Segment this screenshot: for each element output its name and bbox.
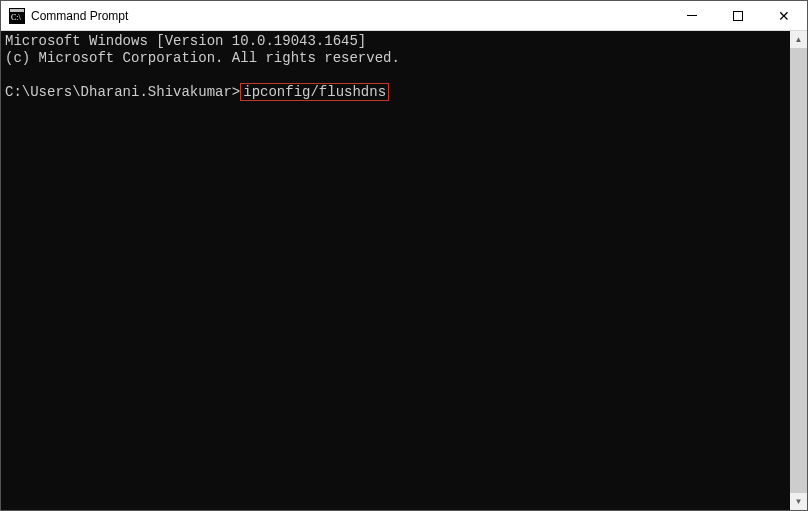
window-title: Command Prompt <box>31 9 669 23</box>
maximize-button[interactable] <box>715 1 761 30</box>
scroll-down-arrow[interactable]: ▼ <box>790 493 807 510</box>
minimize-icon <box>687 15 697 16</box>
scroll-track[interactable] <box>790 48 807 493</box>
terminal-output[interactable]: Microsoft Windows [Version 10.0.19043.16… <box>1 31 790 510</box>
window-controls: ✕ <box>669 1 807 30</box>
svg-text:C:\: C:\ <box>11 13 22 22</box>
close-icon: ✕ <box>778 9 790 23</box>
scroll-up-arrow[interactable]: ▲ <box>790 31 807 48</box>
titlebar[interactable]: C:\ Command Prompt ✕ <box>1 1 807 31</box>
version-line: Microsoft Windows [Version 10.0.19043.16… <box>5 33 366 49</box>
copyright-line: (c) Microsoft Corporation. All rights re… <box>5 50 400 66</box>
close-button[interactable]: ✕ <box>761 1 807 30</box>
command-prompt-window: C:\ Command Prompt ✕ Microsoft Windows [… <box>0 0 808 511</box>
prompt-path: C:\Users\Dharani.Shivakumar> <box>5 84 240 100</box>
cmd-icon: C:\ <box>9 8 25 24</box>
vertical-scrollbar[interactable]: ▲ ▼ <box>790 31 807 510</box>
minimize-button[interactable] <box>669 1 715 30</box>
content-area: Microsoft Windows [Version 10.0.19043.16… <box>1 31 807 510</box>
maximize-icon <box>733 11 743 21</box>
scroll-thumb[interactable] <box>790 48 807 493</box>
svg-rect-1 <box>10 9 24 12</box>
command-highlight: ipconfig/flushdns <box>240 83 389 101</box>
command-text: ipconfig/flushdns <box>243 84 386 100</box>
